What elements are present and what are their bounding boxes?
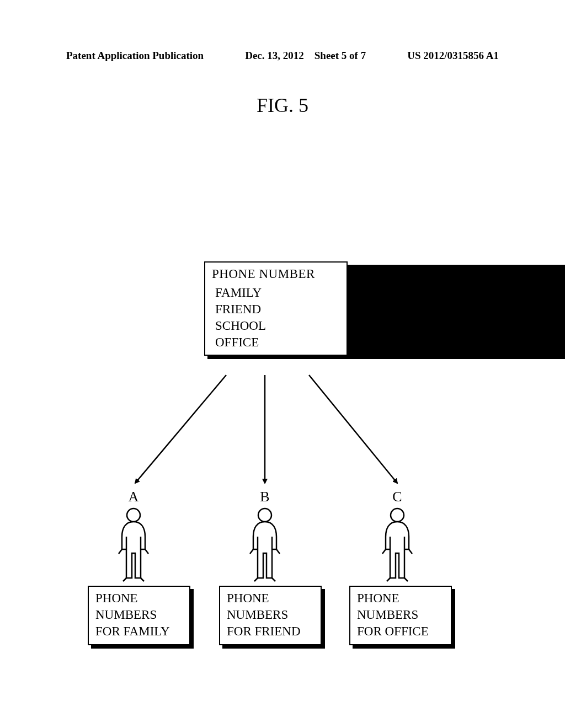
svg-line-6: [123, 578, 126, 581]
svg-line-5: [145, 549, 148, 554]
group-item-school: SCHOOL: [212, 318, 340, 334]
person-label-c: C: [389, 489, 406, 505]
header-date: Dec. 13, 2012: [245, 50, 304, 61]
header-publication-number: US 2012/0315856 A1: [407, 50, 499, 62]
svg-line-0: [135, 375, 226, 483]
main-box-title: PHONE NUMBER: [212, 266, 340, 282]
child-line: NUMBERS: [357, 607, 444, 623]
svg-line-7: [141, 578, 144, 581]
person-label-a: A: [125, 489, 142, 505]
header-date-sheet: Dec. 13, 2012 Sheet 5 of 7: [245, 50, 366, 62]
phone-number-groups-box: PHONE NUMBER FAMILY FRIEND SCHOOL OFFICE: [204, 261, 565, 356]
person-icon: [109, 506, 158, 584]
svg-line-4: [119, 549, 122, 554]
child-line: FOR OFFICE: [357, 623, 444, 640]
page: Patent Application Publication Dec. 13, …: [0, 0, 565, 728]
child-line: FOR FRIEND: [227, 623, 314, 640]
child-line: PHONE: [227, 590, 314, 607]
figure-title: FIG. 5: [0, 94, 565, 117]
child-line: NUMBERS: [95, 607, 183, 623]
person-icon: [240, 506, 290, 584]
box-face: PHONE NUMBERS FOR FAMILY: [88, 586, 190, 645]
svg-line-17: [404, 578, 408, 581]
group-item-office: OFFICE: [212, 334, 340, 351]
phone-numbers-friend-box: PHONE NUMBERS FOR FRIEND: [219, 586, 322, 645]
phone-numbers-family-box: PHONE NUMBERS FOR FAMILY: [88, 586, 190, 645]
svg-line-9: [250, 549, 253, 554]
child-line: PHONE: [357, 590, 444, 607]
group-item-friend: FRIEND: [212, 301, 340, 318]
person-label-b: B: [257, 489, 273, 505]
child-line: PHONE: [95, 590, 183, 607]
svg-line-12: [272, 578, 275, 581]
phone-numbers-office-box: PHONE NUMBERS FOR OFFICE: [349, 586, 452, 645]
svg-line-15: [409, 549, 412, 554]
svg-point-13: [391, 508, 404, 522]
child-line: FOR FAMILY: [95, 623, 183, 640]
child-line: NUMBERS: [227, 607, 314, 623]
box-face: PHONE NUMBERS FOR OFFICE: [349, 586, 452, 645]
box-face: PHONE NUMBER FAMILY FRIEND SCHOOL OFFICE: [204, 261, 348, 356]
page-header: Patent Application Publication Dec. 13, …: [0, 50, 565, 62]
box-face: PHONE NUMBERS FOR FRIEND: [219, 586, 322, 645]
svg-line-14: [382, 549, 386, 554]
group-item-family: FAMILY: [212, 285, 340, 301]
svg-line-11: [254, 578, 258, 581]
svg-line-2: [309, 375, 397, 483]
svg-line-16: [387, 578, 390, 581]
svg-point-3: [127, 508, 140, 522]
svg-point-8: [258, 508, 271, 522]
svg-line-10: [276, 549, 280, 554]
header-sheet: Sheet 5 of 7: [315, 50, 366, 61]
person-icon: [372, 506, 422, 584]
header-publication-type: Patent Application Publication: [66, 50, 204, 62]
